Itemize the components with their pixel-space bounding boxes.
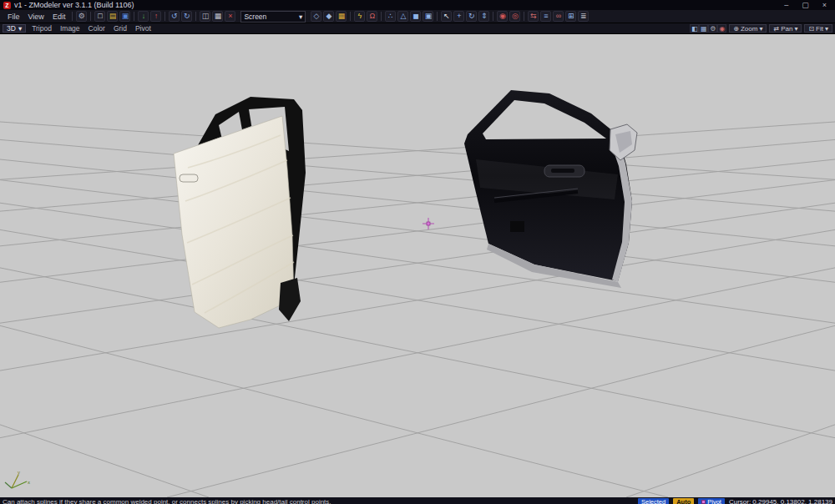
view-mode-icon[interactable]: ◧ bbox=[690, 24, 699, 33]
front-door-pocket bbox=[510, 221, 524, 232]
app-logo-icon: Z bbox=[3, 2, 11, 9]
toolbar-icons-after: ◇◆▦ϟΩ∴△◼▣↖+↻⇕◉◎⇆≡∞⊞≣ bbox=[310, 11, 590, 22]
save-icon[interactable]: ▣ bbox=[119, 11, 130, 22]
viewport-menu-tripod[interactable]: Tripod bbox=[29, 24, 54, 33]
front-door-handle-slot bbox=[551, 169, 574, 173]
edges-level-icon[interactable]: △ bbox=[397, 11, 408, 22]
viewport-menu-grid[interactable]: Grid bbox=[111, 24, 129, 33]
main-toolbar: File View Edit ⚙□▤▣↓↑↺↻◫▦× Screen ▾ ◇◆▦ϟ… bbox=[0, 10, 835, 23]
grid-toggle-icon[interactable]: ▦ bbox=[699, 24, 708, 33]
title-bar: Z v1 - ZModeler ver 3.1.1 (Build 1106) –… bbox=[0, 0, 835, 10]
axis-tripod: x y bbox=[5, 470, 30, 488]
open-folder-icon[interactable]: ▤ bbox=[107, 11, 118, 22]
array-tool-icon[interactable]: ≡ bbox=[540, 11, 551, 22]
light-toggle-icon[interactable]: ϟ bbox=[354, 11, 365, 22]
status-bar: Can attach splines if they share a commo… bbox=[0, 497, 835, 504]
weld-tool-icon[interactable]: ◉ bbox=[497, 11, 508, 22]
pivot-icon bbox=[701, 500, 706, 504]
close-button[interactable]: × bbox=[822, 0, 827, 10]
toolbar-separator bbox=[164, 12, 165, 21]
status-hint: Can attach splines if they share a commo… bbox=[3, 498, 634, 504]
toolbar-separator bbox=[195, 12, 196, 21]
menu-edit[interactable]: Edit bbox=[48, 13, 70, 21]
chevron-down-icon: ▾ bbox=[299, 13, 302, 21]
fit-button[interactable]: ⊡ Fit ▾ bbox=[804, 24, 832, 33]
ground-grid bbox=[0, 47, 835, 497]
scene-canvas: x y bbox=[0, 34, 835, 497]
window-title: v1 - ZModeler ver 3.1.1 (Build 1106) bbox=[14, 1, 134, 9]
toolbar-separator bbox=[350, 12, 351, 21]
textured-mode-icon[interactable]: ▦ bbox=[336, 11, 347, 22]
layers-icon[interactable]: ≣ bbox=[578, 11, 589, 22]
view-type-button[interactable]: 3D ▾ bbox=[3, 24, 26, 33]
scale-tool-icon[interactable]: ⇕ bbox=[478, 11, 489, 22]
screen-mode-dropdown[interactable]: Screen ▾ bbox=[240, 11, 306, 23]
new-file-icon[interactable]: □ bbox=[94, 11, 105, 22]
zoom-icon: ⊕ bbox=[733, 25, 739, 33]
front-door-model[interactable] bbox=[464, 90, 637, 288]
toolbar-separator bbox=[437, 12, 438, 21]
minimize-button[interactable]: – bbox=[784, 0, 788, 10]
viewport-icons: ◧▦⚙◉ bbox=[690, 24, 726, 33]
toolbar-separator bbox=[524, 12, 524, 21]
options-icon[interactable]: ⚙ bbox=[76, 11, 87, 22]
toolbar-separator bbox=[381, 12, 382, 21]
select-tool-icon[interactable]: ↖ bbox=[441, 11, 452, 22]
view-type-label: 3D bbox=[7, 24, 16, 33]
detach-tool-icon[interactable]: ◎ bbox=[509, 11, 520, 22]
pan-button[interactable]: ⇄ Pan ▾ bbox=[769, 24, 802, 33]
menu-file[interactable]: File bbox=[3, 13, 24, 21]
undo-icon[interactable]: ↺ bbox=[169, 11, 180, 22]
pivot-mode-badge[interactable]: Pivot bbox=[698, 498, 725, 504]
attach-tool-icon[interactable]: ∞ bbox=[553, 11, 564, 22]
redo-icon[interactable]: ↻ bbox=[181, 11, 192, 22]
zoom-button[interactable]: ⊕ Zoom ▾ bbox=[729, 24, 767, 33]
pan-icon: ⇄ bbox=[773, 25, 779, 33]
chevron-down-icon: ▾ bbox=[759, 25, 762, 33]
viewport-menu-pivot[interactable]: Pivot bbox=[133, 24, 154, 33]
auto-mode-badge[interactable]: Auto bbox=[673, 498, 694, 504]
toolbar-separator bbox=[72, 12, 73, 21]
import-icon[interactable]: ↓ bbox=[138, 11, 149, 22]
shaded-mode-icon[interactable]: ◆ bbox=[323, 11, 334, 22]
paste-icon[interactable]: ▦ bbox=[212, 11, 223, 22]
wireframe-mode-icon[interactable]: ◇ bbox=[311, 11, 321, 22]
toolbar-separator bbox=[90, 12, 91, 21]
objects-level-icon[interactable]: ▣ bbox=[423, 11, 433, 22]
vertices-level-icon[interactable]: ∴ bbox=[385, 11, 396, 22]
copy-icon[interactable]: ◫ bbox=[200, 11, 210, 22]
rear-door-model[interactable] bbox=[174, 97, 306, 328]
rotate-tool-icon[interactable]: ↻ bbox=[466, 11, 477, 22]
toolbar-icons-before: ⚙□▤▣↓↑↺↻◫▦× bbox=[75, 11, 236, 22]
export-icon[interactable]: ↑ bbox=[150, 11, 161, 22]
move-tool-icon[interactable]: + bbox=[453, 11, 464, 22]
chevron-down-icon: ▾ bbox=[794, 25, 797, 33]
axis-x-label: x bbox=[28, 480, 30, 485]
fit-icon: ⊡ bbox=[808, 25, 814, 33]
pivot-marker[interactable] bbox=[423, 218, 434, 229]
magnet-snap-icon[interactable]: Ω bbox=[367, 11, 377, 22]
render-target-icon[interactable]: ◉ bbox=[717, 24, 726, 33]
viewport-menu-image[interactable]: Image bbox=[58, 24, 83, 33]
toolbar-separator bbox=[134, 12, 134, 21]
chevron-down-icon: ▾ bbox=[825, 25, 828, 33]
delete-icon[interactable]: × bbox=[225, 11, 235, 22]
selected-mode-badge[interactable]: Selected bbox=[638, 498, 669, 504]
screen-mode-value: Screen bbox=[244, 13, 266, 21]
rear-door-handle bbox=[180, 174, 198, 182]
mirror-tool-icon[interactable]: ⇆ bbox=[528, 11, 539, 22]
viewport-menu-color[interactable]: Color bbox=[86, 24, 108, 33]
maximize-button[interactable]: ▢ bbox=[802, 0, 809, 10]
viewport-settings-icon[interactable]: ⚙ bbox=[708, 24, 717, 33]
viewport-3d[interactable]: x y bbox=[0, 34, 835, 497]
cursor-coordinates: Cursor: 0.29945, 0.13802, 1.28139 bbox=[729, 498, 832, 504]
axis-y-label: y bbox=[18, 470, 20, 475]
viewport-caption-bar: 3D ▾ Tripod Image Color Grid Pivot ◧▦⚙◉ … bbox=[0, 23, 835, 34]
rear-door-hinge-parts bbox=[279, 278, 301, 321]
uv-mapper-icon[interactable]: ⊞ bbox=[565, 11, 576, 22]
menu-view[interactable]: View bbox=[24, 13, 48, 21]
polygons-level-icon[interactable]: ◼ bbox=[410, 11, 421, 22]
chevron-down-icon: ▾ bbox=[18, 24, 22, 33]
toolbar-separator bbox=[493, 12, 493, 21]
